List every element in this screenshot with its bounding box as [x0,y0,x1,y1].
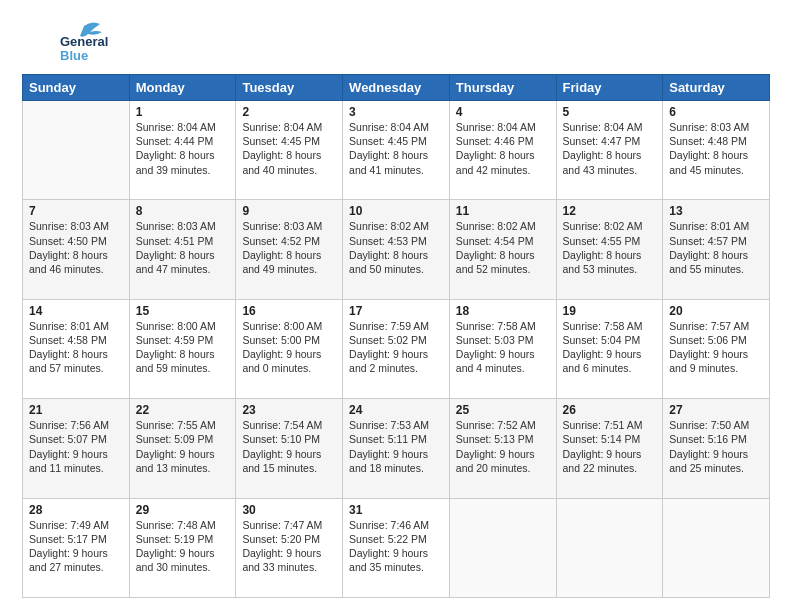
day-number: 31 [349,503,443,517]
header-row: SundayMondayTuesdayWednesdayThursdayFrid… [23,75,770,101]
calendar-week-row: 21Sunrise: 7:56 AMSunset: 5:07 PMDayligh… [23,399,770,498]
calendar-cell: 12Sunrise: 8:02 AMSunset: 4:55 PMDayligh… [556,200,663,299]
day-info: Sunrise: 8:04 AMSunset: 4:45 PMDaylight:… [349,120,443,177]
day-info: Sunrise: 8:04 AMSunset: 4:44 PMDaylight:… [136,120,230,177]
day-number: 29 [136,503,230,517]
day-info: Sunrise: 7:48 AMSunset: 5:19 PMDaylight:… [136,518,230,575]
calendar-cell: 5Sunrise: 8:04 AMSunset: 4:47 PMDaylight… [556,101,663,200]
page: General Blue SundayMondayTuesdayWednesda… [0,0,792,612]
day-number: 11 [456,204,550,218]
day-number: 19 [563,304,657,318]
calendar-cell: 21Sunrise: 7:56 AMSunset: 5:07 PMDayligh… [23,399,130,498]
day-info: Sunrise: 8:02 AMSunset: 4:54 PMDaylight:… [456,219,550,276]
day-number: 28 [29,503,123,517]
day-header: Sunday [23,75,130,101]
day-number: 20 [669,304,763,318]
day-info: Sunrise: 7:52 AMSunset: 5:13 PMDaylight:… [456,418,550,475]
day-info: Sunrise: 8:02 AMSunset: 4:53 PMDaylight:… [349,219,443,276]
day-info: Sunrise: 7:58 AMSunset: 5:04 PMDaylight:… [563,319,657,376]
day-number: 9 [242,204,336,218]
day-header: Tuesday [236,75,343,101]
day-number: 26 [563,403,657,417]
day-header: Thursday [449,75,556,101]
day-info: Sunrise: 7:46 AMSunset: 5:22 PMDaylight:… [349,518,443,575]
day-number: 3 [349,105,443,119]
day-info: Sunrise: 7:53 AMSunset: 5:11 PMDaylight:… [349,418,443,475]
calendar-cell: 15Sunrise: 8:00 AMSunset: 4:59 PMDayligh… [129,299,236,398]
day-info: Sunrise: 7:55 AMSunset: 5:09 PMDaylight:… [136,418,230,475]
day-number: 23 [242,403,336,417]
day-number: 13 [669,204,763,218]
day-info: Sunrise: 7:47 AMSunset: 5:20 PMDaylight:… [242,518,336,575]
calendar-cell: 16Sunrise: 8:00 AMSunset: 5:00 PMDayligh… [236,299,343,398]
calendar-week-row: 1Sunrise: 8:04 AMSunset: 4:44 PMDaylight… [23,101,770,200]
day-number: 22 [136,403,230,417]
day-number: 21 [29,403,123,417]
calendar-cell: 10Sunrise: 8:02 AMSunset: 4:53 PMDayligh… [343,200,450,299]
calendar-cell: 28Sunrise: 7:49 AMSunset: 5:17 PMDayligh… [23,498,130,597]
calendar-week-row: 28Sunrise: 7:49 AMSunset: 5:17 PMDayligh… [23,498,770,597]
calendar-cell: 26Sunrise: 7:51 AMSunset: 5:14 PMDayligh… [556,399,663,498]
calendar-cell: 3Sunrise: 8:04 AMSunset: 4:45 PMDaylight… [343,101,450,200]
day-number: 15 [136,304,230,318]
day-info: Sunrise: 8:01 AMSunset: 4:58 PMDaylight:… [29,319,123,376]
calendar-cell [449,498,556,597]
calendar-week-row: 14Sunrise: 8:01 AMSunset: 4:58 PMDayligh… [23,299,770,398]
calendar-cell [556,498,663,597]
calendar-cell: 14Sunrise: 8:01 AMSunset: 4:58 PMDayligh… [23,299,130,398]
day-number: 12 [563,204,657,218]
day-info: Sunrise: 7:59 AMSunset: 5:02 PMDaylight:… [349,319,443,376]
calendar-cell: 13Sunrise: 8:01 AMSunset: 4:57 PMDayligh… [663,200,770,299]
calendar-cell: 9Sunrise: 8:03 AMSunset: 4:52 PMDaylight… [236,200,343,299]
day-number: 10 [349,204,443,218]
day-info: Sunrise: 7:54 AMSunset: 5:10 PMDaylight:… [242,418,336,475]
day-number: 4 [456,105,550,119]
calendar-cell: 7Sunrise: 8:03 AMSunset: 4:50 PMDaylight… [23,200,130,299]
day-info: Sunrise: 7:51 AMSunset: 5:14 PMDaylight:… [563,418,657,475]
day-info: Sunrise: 8:03 AMSunset: 4:48 PMDaylight:… [669,120,763,177]
day-number: 2 [242,105,336,119]
day-info: Sunrise: 7:49 AMSunset: 5:17 PMDaylight:… [29,518,123,575]
day-number: 16 [242,304,336,318]
day-info: Sunrise: 8:03 AMSunset: 4:52 PMDaylight:… [242,219,336,276]
calendar-cell: 29Sunrise: 7:48 AMSunset: 5:19 PMDayligh… [129,498,236,597]
day-info: Sunrise: 8:00 AMSunset: 5:00 PMDaylight:… [242,319,336,376]
day-header: Friday [556,75,663,101]
day-header: Saturday [663,75,770,101]
calendar-cell: 23Sunrise: 7:54 AMSunset: 5:10 PMDayligh… [236,399,343,498]
calendar-cell: 18Sunrise: 7:58 AMSunset: 5:03 PMDayligh… [449,299,556,398]
logo: General Blue [22,18,112,66]
day-number: 18 [456,304,550,318]
calendar-cell [23,101,130,200]
day-number: 17 [349,304,443,318]
calendar-cell: 17Sunrise: 7:59 AMSunset: 5:02 PMDayligh… [343,299,450,398]
day-info: Sunrise: 8:02 AMSunset: 4:55 PMDaylight:… [563,219,657,276]
calendar-cell: 4Sunrise: 8:04 AMSunset: 4:46 PMDaylight… [449,101,556,200]
svg-text:Blue: Blue [60,48,88,63]
calendar-cell: 27Sunrise: 7:50 AMSunset: 5:16 PMDayligh… [663,399,770,498]
calendar-week-row: 7Sunrise: 8:03 AMSunset: 4:50 PMDaylight… [23,200,770,299]
day-info: Sunrise: 8:04 AMSunset: 4:46 PMDaylight:… [456,120,550,177]
calendar-cell: 1Sunrise: 8:04 AMSunset: 4:44 PMDaylight… [129,101,236,200]
day-info: Sunrise: 8:04 AMSunset: 4:45 PMDaylight:… [242,120,336,177]
day-number: 24 [349,403,443,417]
day-info: Sunrise: 8:03 AMSunset: 4:50 PMDaylight:… [29,219,123,276]
calendar-cell: 20Sunrise: 7:57 AMSunset: 5:06 PMDayligh… [663,299,770,398]
day-info: Sunrise: 8:01 AMSunset: 4:57 PMDaylight:… [669,219,763,276]
day-number: 5 [563,105,657,119]
day-number: 27 [669,403,763,417]
day-number: 30 [242,503,336,517]
calendar-cell: 2Sunrise: 8:04 AMSunset: 4:45 PMDaylight… [236,101,343,200]
day-number: 25 [456,403,550,417]
svg-text:General: General [60,34,108,49]
calendar-cell: 22Sunrise: 7:55 AMSunset: 5:09 PMDayligh… [129,399,236,498]
day-info: Sunrise: 7:58 AMSunset: 5:03 PMDaylight:… [456,319,550,376]
day-header: Monday [129,75,236,101]
calendar-cell [663,498,770,597]
calendar-cell: 31Sunrise: 7:46 AMSunset: 5:22 PMDayligh… [343,498,450,597]
day-number: 8 [136,204,230,218]
calendar-cell: 30Sunrise: 7:47 AMSunset: 5:20 PMDayligh… [236,498,343,597]
day-info: Sunrise: 7:57 AMSunset: 5:06 PMDaylight:… [669,319,763,376]
calendar-cell: 19Sunrise: 7:58 AMSunset: 5:04 PMDayligh… [556,299,663,398]
day-info: Sunrise: 8:04 AMSunset: 4:47 PMDaylight:… [563,120,657,177]
